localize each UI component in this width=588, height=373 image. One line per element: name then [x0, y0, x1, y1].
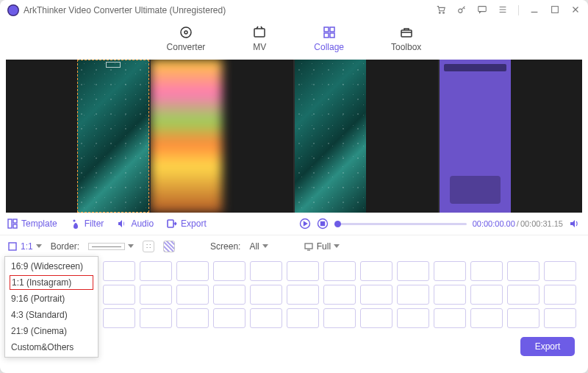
layout-option[interactable]	[397, 285, 429, 305]
mv-icon	[252, 25, 267, 40]
layout-option[interactable]	[140, 308, 172, 328]
layout-option[interactable]	[323, 308, 356, 328]
aspect-option-16-9[interactable]: 16:9 (Widescreen)	[5, 258, 98, 274]
volume-button[interactable]	[569, 218, 581, 230]
export-button[interactable]: Export	[520, 337, 575, 356]
layout-option[interactable]	[434, 285, 466, 305]
clip-2-thumb	[151, 60, 222, 213]
layout-option[interactable]	[176, 308, 209, 328]
time-current: 00:00:00.00	[473, 219, 515, 228]
export-tab-button[interactable]: Export	[167, 219, 207, 229]
layout-option[interactable]	[103, 308, 135, 328]
tab-converter[interactable]: Converter	[167, 25, 206, 52]
minimize-button[interactable]	[529, 4, 539, 17]
seek-bar[interactable]	[334, 223, 467, 225]
layout-option[interactable]	[176, 261, 209, 281]
svg-point-5	[181, 27, 191, 38]
layout-option[interactable]	[360, 261, 392, 281]
screen-dropdown[interactable]: All	[249, 241, 268, 252]
layout-option[interactable]	[103, 261, 135, 281]
tab-toolbox[interactable]: Toolbox	[391, 25, 421, 52]
layout-option[interactable]	[397, 308, 429, 328]
feedback-icon[interactable]	[477, 4, 487, 17]
aspect-option-1-1[interactable]: 1:1 (Instagram)	[10, 275, 93, 290]
tab-label: Converter	[167, 42, 206, 52]
layout-option[interactable]	[544, 308, 576, 328]
layout-option[interactable]	[213, 308, 245, 328]
layout-option[interactable]	[470, 308, 503, 328]
layout-option[interactable]	[250, 261, 282, 281]
border-label: Border:	[51, 241, 79, 252]
layout-option[interactable]	[250, 308, 282, 328]
aspect-option-21-9[interactable]: 21:9 (Cinema)	[5, 323, 98, 339]
layout-option[interactable]	[434, 308, 466, 328]
layout-option[interactable]	[507, 261, 539, 281]
layout-option[interactable]	[507, 285, 539, 305]
layout-option[interactable]	[287, 308, 319, 328]
aspect-option-9-16[interactable]: 9:16 (Portrait)	[5, 291, 98, 307]
svg-point-16	[73, 219, 75, 221]
filter-button[interactable]: Filter	[71, 219, 104, 229]
aspect-ratio-dropdown[interactable]: 1:1	[7, 241, 42, 252]
svg-rect-12	[401, 30, 412, 37]
converter-icon	[179, 25, 193, 40]
mid-toolbar: Template Filter Audio Export 00:00:00.00…	[0, 213, 588, 235]
clip-4-thumb	[440, 60, 511, 213]
layout-option[interactable]	[323, 261, 356, 281]
svg-point-0	[439, 12, 440, 13]
layout-option[interactable]	[397, 261, 429, 281]
clip-3-thumb	[295, 60, 366, 213]
clip-4[interactable]	[438, 60, 583, 213]
layout-option[interactable]	[250, 285, 282, 305]
layout-option[interactable]	[360, 308, 392, 328]
aspect-menu: 16:9 (Widescreen) 1:1 (Instagram) 9:16 (…	[4, 256, 98, 358]
view-dropdown[interactable]: Full	[304, 241, 340, 252]
chevron-down-icon	[334, 244, 340, 248]
layout-option[interactable]	[470, 261, 503, 281]
audio-button[interactable]: Audio	[117, 219, 154, 229]
border-pattern-swatch[interactable]	[163, 241, 175, 252]
layout-option[interactable]	[176, 285, 209, 305]
close-button[interactable]	[570, 4, 581, 17]
layout-option[interactable]	[360, 285, 392, 305]
layout-option[interactable]	[140, 285, 172, 305]
tab-label: Collage	[314, 42, 344, 52]
maximize-button[interactable]	[550, 4, 560, 17]
clip-1[interactable]	[6, 60, 149, 213]
border-style-dropdown[interactable]	[88, 243, 134, 250]
cart-icon[interactable]	[436, 4, 446, 17]
svg-rect-20	[320, 222, 324, 226]
tab-collage[interactable]: Collage	[314, 25, 344, 52]
layout-option[interactable]	[434, 261, 466, 281]
layout-option[interactable]	[287, 285, 319, 305]
layout-option[interactable]	[287, 261, 319, 281]
svg-rect-11	[330, 33, 334, 38]
key-icon[interactable]	[456, 4, 467, 17]
app-window: ArkThinker Video Converter Ultimate (Unr…	[0, 0, 588, 373]
export-icon	[167, 219, 177, 229]
chevron-down-icon	[262, 244, 268, 248]
template-button[interactable]: Template	[7, 219, 57, 229]
filter-label: Filter	[85, 219, 104, 229]
layout-option[interactable]	[323, 285, 356, 305]
layout-option[interactable]	[140, 261, 172, 281]
stop-button[interactable]	[317, 218, 329, 230]
layout-option[interactable]	[213, 261, 245, 281]
play-button[interactable]	[299, 218, 311, 230]
seek-handle[interactable]	[334, 221, 341, 227]
clip-2[interactable]	[149, 60, 294, 213]
menu-icon[interactable]	[498, 4, 508, 17]
layout-option[interactable]	[507, 308, 539, 328]
tab-mv[interactable]: MV	[252, 25, 267, 52]
layout-option[interactable]	[544, 261, 576, 281]
clip-3[interactable]	[293, 60, 438, 213]
tab-label: MV	[253, 42, 266, 52]
layout-option[interactable]	[544, 285, 576, 305]
aspect-option-4-3[interactable]: 4:3 (Standard)	[5, 307, 98, 323]
aspect-option-custom[interactable]: Custom&Others	[5, 339, 98, 355]
layout-option[interactable]	[213, 285, 245, 305]
layout-option[interactable]	[103, 285, 135, 305]
border-color-swatch[interactable]: ∷	[143, 241, 154, 252]
monitor-icon	[304, 241, 314, 252]
layout-option[interactable]	[470, 285, 503, 305]
